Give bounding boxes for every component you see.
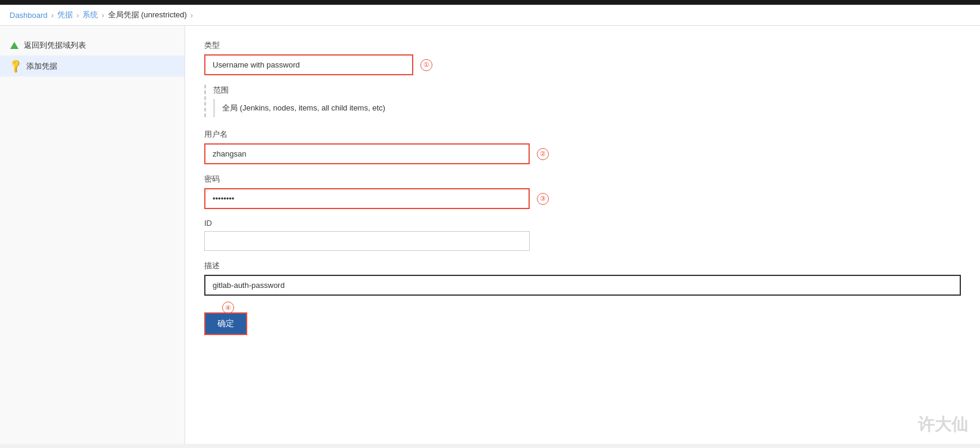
description-field-row: 描述 [204, 260, 961, 296]
confirm-annotation: ④ [222, 302, 234, 314]
breadcrumb-sep-1: › [51, 11, 54, 20]
username-input-row: ② [204, 143, 961, 164]
sidebar-add-label: 添加凭据 [26, 61, 57, 72]
username-annotation: ② [537, 148, 549, 160]
password-field-row: 密码 ③ [204, 174, 961, 209]
password-input-row: ③ [204, 188, 961, 209]
breadcrumb-global: 全局凭据 (unrestricted) [108, 10, 187, 20]
type-annotation: ① [420, 59, 432, 71]
sidebar-item-add[interactable]: 🔑 添加凭据 [0, 56, 185, 76]
description-label: 描述 [204, 260, 961, 271]
confirm-row: ④ 确定 [204, 312, 961, 335]
breadcrumb-sep-2: › [76, 11, 79, 20]
description-input[interactable] [204, 275, 961, 296]
breadcrumb-system[interactable]: 系统 [82, 10, 98, 20]
breadcrumb-dashboard[interactable]: Dashboard [10, 11, 48, 20]
id-input[interactable] [204, 231, 530, 251]
sidebar-item-back[interactable]: 返回到凭据域列表 [0, 35, 185, 56]
type-selector: Username with password ① [204, 54, 961, 75]
password-label: 密码 [204, 174, 961, 185]
breadcrumb-credentials[interactable]: 凭据 [57, 10, 73, 20]
type-label: 类型 [204, 40, 961, 51]
username-field-row: 用户名 ② [204, 129, 961, 164]
type-dropdown[interactable]: Username with password [204, 54, 413, 75]
sidebar-back-label: 返回到凭据域列表 [24, 40, 86, 51]
main-content: 类型 Username with password ① 范围 全局 (Jenki… [185, 26, 980, 444]
layout: 返回到凭据域列表 🔑 添加凭据 类型 Username with passwor… [0, 26, 980, 444]
confirm-button[interactable]: 确定 [204, 312, 247, 335]
breadcrumb-bar: Dashboard › 凭据 › 系统 › 全局凭据 (unrestricted… [0, 5, 980, 26]
sidebar: 返回到凭据域列表 🔑 添加凭据 [0, 26, 185, 444]
breadcrumb-sep-3: › [102, 11, 104, 20]
id-field-row: ID [204, 219, 961, 251]
arrow-up-icon [10, 41, 19, 50]
scope-value: 全局 (Jenkins, nodes, items, all child ite… [213, 99, 961, 117]
topbar [0, 0, 980, 5]
key-icon: 🔑 [7, 58, 24, 75]
id-label: ID [204, 219, 961, 228]
scope-label: 范围 [213, 85, 961, 96]
username-input[interactable] [204, 143, 530, 164]
password-input[interactable] [204, 188, 530, 209]
breadcrumb-sep-4: › [191, 11, 193, 20]
username-label: 用户名 [204, 129, 961, 140]
scope-field-row: 范围 全局 (Jenkins, nodes, items, all child … [204, 85, 961, 117]
type-field-row: 类型 Username with password ① [204, 40, 961, 75]
password-annotation: ③ [537, 193, 549, 205]
